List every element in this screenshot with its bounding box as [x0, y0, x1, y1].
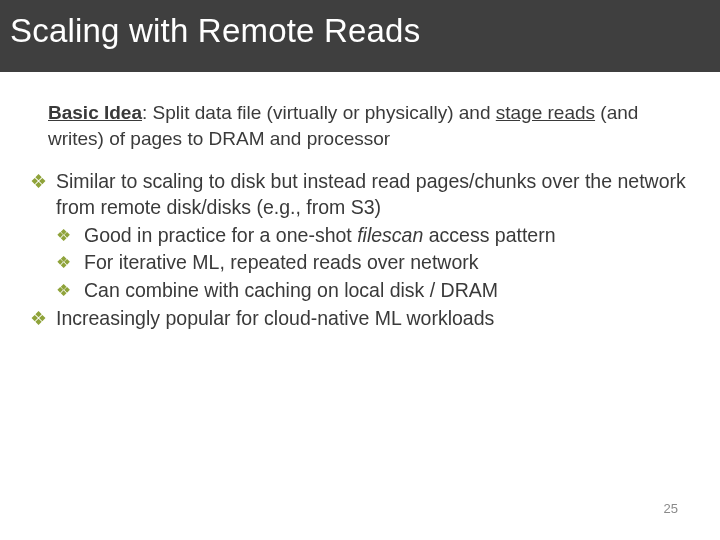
point-1-sub-3: Can combine with caching on local disk /…: [84, 278, 690, 304]
diamond-bullet-icon: ❖: [30, 306, 56, 331]
slide-title: Scaling with Remote Reads: [10, 12, 710, 50]
diamond-bullet-icon: ❖: [56, 223, 84, 247]
sub-text-italic: filescan: [357, 224, 423, 246]
list-item: ❖ Can combine with caching on local disk…: [56, 278, 690, 304]
list-item: ❖ Increasingly popular for cloud-native …: [30, 306, 690, 332]
sub-text: access pattern: [423, 224, 555, 246]
title-bar: Scaling with Remote Reads: [0, 0, 720, 72]
diamond-bullet-icon: ❖: [30, 169, 56, 194]
sub-text: Good in practice for a one-shot: [84, 224, 357, 246]
list-item: ❖ Similar to scaling to disk but instead…: [30, 169, 690, 220]
intro-label: Basic Idea: [48, 102, 142, 123]
list-item: ❖ For iterative ML, repeated reads over …: [56, 250, 690, 276]
page-number: 25: [664, 501, 678, 516]
point-1-sub-2: For iterative ML, repeated reads over ne…: [84, 250, 690, 276]
slide: Scaling with Remote Reads Basic Idea: Sp…: [0, 0, 720, 540]
intro-block: Basic Idea: Split data file (virtually o…: [48, 100, 672, 151]
point-2: Increasingly popular for cloud-native ML…: [56, 306, 690, 332]
diamond-bullet-icon: ❖: [56, 278, 84, 302]
intro-text-1: : Split data file (virtually or physical…: [142, 102, 496, 123]
body-block: ❖ Similar to scaling to disk but instead…: [30, 169, 690, 331]
point-1: Similar to scaling to disk but instead r…: [56, 169, 690, 220]
point-1-sub-1: Good in practice for a one-shot filescan…: [84, 223, 690, 249]
list-item: ❖ Good in practice for a one-shot filesc…: [56, 223, 690, 249]
diamond-bullet-icon: ❖: [56, 250, 84, 274]
intro-underline: stage reads: [496, 102, 595, 123]
